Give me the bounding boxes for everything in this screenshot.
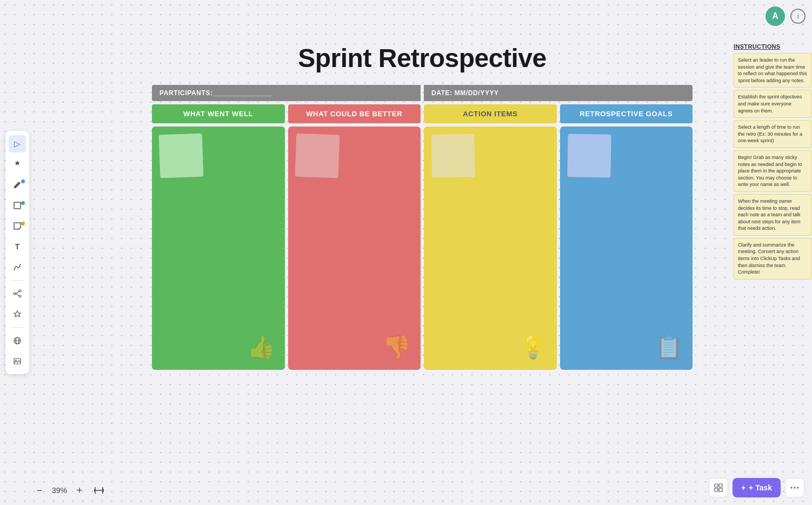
bottom-bar: − 39% + [32,483,106,497]
zoom-level-label: 39% [52,486,67,495]
pen-color-dot [21,180,25,183]
globe-tool-icon[interactable] [9,332,26,349]
col-header-better: WHAT COULD BE BETTER [288,104,421,123]
svg-rect-0 [14,202,21,209]
instructions-panel: INSTRUCTIONS Select an leader to run the… [734,43,812,282]
info-icon[interactable]: i [790,9,806,24]
sticky-tool-icon[interactable] [9,217,26,235]
svg-line-5 [16,294,19,296]
avatar[interactable]: A [766,6,785,26]
svg-point-21 [797,487,799,489]
share-tool-icon[interactable] [9,285,26,302]
toolbar-divider-1 [11,280,23,281]
sticky-note-yellow[interactable] [431,134,475,177]
svg-marker-6 [14,311,21,317]
sticky-color-dot [21,222,25,225]
draw-tool-icon[interactable] [9,258,26,276]
col-body-went-well[interactable]: 👍 [152,127,285,370]
more-options-button[interactable] [785,478,804,497]
svg-point-3 [14,293,16,295]
instruction-card-5: When the meeting owner decides its time … [734,194,812,236]
svg-point-1 [19,290,21,292]
zoom-in-button[interactable]: + [72,483,86,497]
svg-point-11 [15,360,16,361]
header-row: PARTICIPANTS:_______________ DATE: MM/DD… [152,85,693,101]
columns-header: WHAT WENT WELL WHAT COULD BE BETTER ACTI… [152,104,693,123]
sticky-note-pink[interactable] [295,134,340,178]
thumbs-down-icon: 👎 [383,334,411,360]
col-header-went-well: WHAT WENT WELL [152,104,285,123]
add-task-button[interactable]: + + Task [733,478,781,497]
image-tool-icon[interactable] [9,353,26,370]
columns-body: 👍 👎 💡 📋 [152,127,693,370]
instruction-card-1: Select an leader to run the session and … [734,53,812,88]
svg-rect-16 [719,484,722,487]
col-body-goals[interactable]: 📋 [560,127,693,370]
ai-tool-icon[interactable] [9,305,26,323]
sticky-note-blue[interactable] [567,134,611,177]
svg-rect-15 [715,484,718,487]
col-body-action[interactable]: 💡 [424,127,557,370]
text-tool-icon[interactable]: T [9,238,26,255]
svg-line-4 [16,291,19,294]
plus-icon: + [741,483,746,492]
lightbulb-icon: 💡 [519,334,547,360]
col-header-goals: RETROSPECTIVE GOALS [560,104,693,123]
bottom-right-actions: + + Task [709,478,804,497]
zoom-out-button[interactable]: − [32,483,46,497]
col-body-better[interactable]: 👎 [288,127,421,370]
pen-tool-icon[interactable] [9,176,26,194]
shape-tool-icon[interactable] [9,197,26,214]
clipboard-icon: 📋 [655,334,683,360]
svg-rect-17 [715,488,718,491]
instruction-card-4: Begin! Grab as many sticky notes as need… [734,150,812,192]
magic-tool-icon[interactable] [9,156,26,173]
select-tool-icon[interactable]: ▷ [9,135,26,152]
retro-board: PARTICIPANTS:_______________ DATE: MM/DD… [152,85,693,370]
page-title: Sprint Retrospective [298,43,546,73]
task-label: + Task [749,483,772,492]
svg-point-2 [19,295,21,297]
date-bar[interactable]: DATE: MM/DD/YYYY [424,85,693,101]
instructions-title: INSTRUCTIONS [734,43,812,50]
sticky-note-green[interactable] [159,134,204,178]
participants-bar[interactable]: PARTICIPANTS:_______________ [152,85,421,101]
thumbs-up-icon: 👍 [247,334,275,360]
svg-point-19 [791,487,793,489]
svg-point-20 [794,487,796,489]
col-header-action: ACTION ITEMS [424,104,557,123]
canvas: Sprint Retrospective PARTICIPANTS:______… [32,32,812,478]
svg-rect-18 [719,488,722,491]
top-bar: A i [766,6,806,26]
shape-color-dot [21,201,25,205]
left-toolbar: ▷ T [5,131,29,374]
instruction-card-2: Establish the sprint objectives and make… [734,90,812,118]
instruction-card-3: Select a length of time to run the retro… [734,120,812,148]
instruction-card-6: Clarify and summarize the meeting. Conve… [734,238,812,280]
grid-view-button[interactable] [709,478,728,497]
toolbar-divider-2 [11,327,23,328]
fit-to-screen-button[interactable] [92,483,106,497]
